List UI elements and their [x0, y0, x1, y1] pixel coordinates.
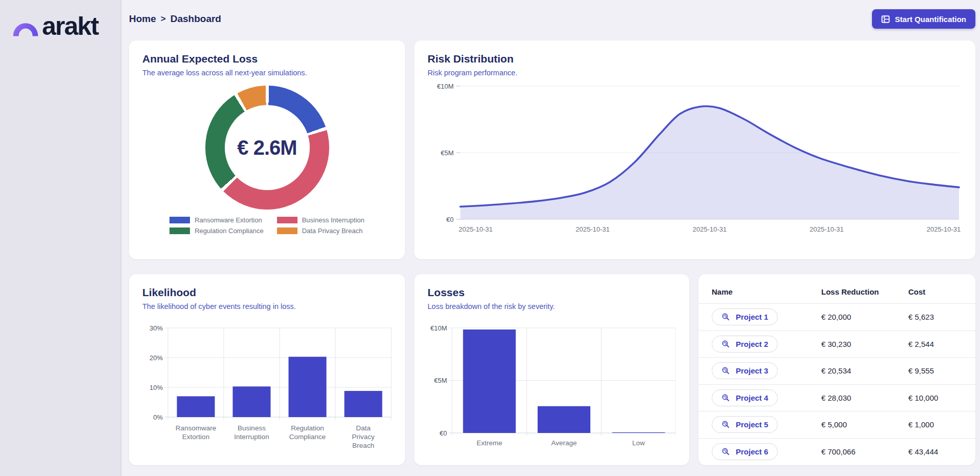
cost-cell: € 1,000 — [908, 420, 962, 429]
losses-title: Losses — [428, 286, 676, 299]
cost-cell: € 10,000 — [908, 394, 962, 402]
area-fill — [460, 106, 959, 219]
inspect-icon — [721, 366, 730, 375]
donut-hole: € 2.6M — [225, 105, 310, 190]
x-tick-label: 2025-10-31 — [693, 225, 727, 233]
project-button-label: Project 1 — [736, 313, 768, 321]
breadcrumb-home[interactable]: Home — [129, 13, 156, 25]
project-button-label: Project 5 — [736, 420, 768, 429]
column-header-cost: Cost — [908, 287, 962, 296]
inspect-icon — [721, 394, 730, 402]
legend-label: Regulation Compliance — [195, 227, 263, 235]
x-tick-label: 2025-10-31 — [809, 225, 844, 233]
svg-text:0%: 0% — [153, 413, 163, 421]
table-row: Project 1€ 20,000€ 5,623 — [698, 303, 975, 330]
breadcrumb-separator: > — [161, 14, 166, 24]
loss-reduction-cell: € 700,066 — [821, 447, 908, 456]
losses-subtitle: Loss breakdown of the risk by severity. — [428, 302, 676, 311]
legend-swatch — [277, 227, 297, 234]
quantification-table-icon — [881, 15, 890, 24]
bar — [612, 432, 665, 433]
svg-text:€5M: €5M — [434, 377, 447, 384]
x-tick-label: 2025-10-31 — [459, 225, 493, 233]
legend-label: Data Privacy Breach — [302, 227, 363, 235]
x-tick-label: 2025-10-31 — [927, 225, 961, 233]
risk-distribution-title: Risk Distribution — [428, 53, 962, 65]
loss-reduction-cell: € 28,030 — [821, 394, 908, 402]
sidebar: arakt — [0, 0, 121, 476]
losses-card: Losses Loss breakdown of the risk by sev… — [414, 274, 689, 465]
legend-item: Business Interruption — [277, 216, 365, 224]
likelihood-title: Likelihood — [142, 286, 392, 299]
project-button-label: Project 6 — [736, 447, 768, 456]
column-header-loss-reduction: Loss Reduction — [821, 287, 908, 296]
brand-logo: arakt — [10, 8, 121, 40]
cost-cell: € 9,555 — [908, 366, 962, 375]
inspect-icon — [721, 420, 730, 429]
start-quantification-label: Start Quantification — [895, 15, 966, 24]
svg-text:€10M: €10M — [437, 82, 454, 90]
svg-text:€10M: €10M — [430, 324, 447, 332]
project-button-label: Project 4 — [736, 394, 768, 402]
cost-cell: € 5,623 — [908, 313, 962, 321]
legend-swatch — [277, 217, 297, 223]
legend-swatch — [169, 227, 190, 234]
likelihood-bar-chart: 0%10%20%30%RansomwareExtortionBusinessIn… — [142, 322, 392, 456]
bar — [177, 396, 215, 417]
bar — [538, 406, 590, 433]
projects-table-card: Name Loss Reduction Cost Project 1€ 20,0… — [698, 274, 975, 465]
category-label: Average — [551, 439, 577, 447]
column-header-name: Name — [712, 287, 821, 296]
legend-swatch — [169, 217, 190, 223]
loss-reduction-cell: € 30,230 — [821, 340, 908, 348]
main-content: Home > Dashboard Start Quantification An… — [121, 0, 980, 476]
brand-name: arakt — [42, 13, 98, 40]
risk-distribution-subtitle: Risk program performance. — [428, 69, 962, 77]
table-row: Project 6€ 700,066€ 43,444 — [698, 438, 975, 465]
svg-text:€0: €0 — [440, 429, 447, 437]
table-row: Project 4€ 28,030€ 10,000 — [698, 384, 975, 411]
project-button[interactable]: Project 3 — [712, 362, 778, 379]
project-button[interactable]: Project 6 — [712, 443, 778, 460]
svg-text:€5M: €5M — [441, 149, 454, 157]
breadcrumb: Home > Dashboard — [129, 13, 221, 25]
arakt-arch-icon — [10, 8, 41, 40]
svg-text:10%: 10% — [150, 384, 163, 391]
topbar: Home > Dashboard Start Quantification — [129, 8, 975, 30]
inspect-icon — [721, 313, 730, 321]
legend-label: Business Interruption — [302, 216, 365, 224]
projects-table-header: Name Loss Reduction Cost — [698, 282, 975, 303]
x-tick-label: 2025-10-31 — [576, 225, 610, 233]
bar — [289, 357, 327, 417]
project-button-label: Project 3 — [736, 366, 768, 375]
likelihood-card: Likelihood The likelihood of cyber event… — [129, 274, 405, 465]
table-row: Project 5€ 5,000€ 1,000 — [698, 411, 975, 438]
inspect-icon — [721, 340, 730, 348]
table-row: Project 3€ 20,534€ 9,555 — [698, 357, 975, 384]
legend-item: Data Privacy Breach — [277, 227, 365, 235]
category-label: Low — [632, 439, 645, 447]
bar — [463, 329, 516, 433]
loss-reduction-cell: € 20,000 — [821, 313, 908, 321]
loss-reduction-cell: € 5,000 — [821, 420, 908, 429]
svg-text:20%: 20% — [150, 354, 163, 362]
annual-expected-loss-title: Annual Expected Loss — [142, 53, 392, 65]
project-button[interactable]: Project 5 — [712, 416, 778, 433]
breadcrumb-dashboard[interactable]: Dashboard — [171, 13, 221, 25]
category-label: BusinessInterruption — [234, 424, 269, 441]
project-button[interactable]: Project 4 — [712, 389, 778, 406]
donut-legend: Ransomware ExtortionBusiness Interruptio… — [169, 216, 365, 235]
category-label: Extreme — [477, 439, 502, 447]
projects-table-body: Project 1€ 20,000€ 5,623Project 2€ 30,23… — [698, 303, 975, 465]
legend-item: Ransomware Extortion — [169, 216, 263, 224]
risk-distribution-card: Risk Distribution Risk program performan… — [414, 40, 975, 259]
annual-expected-loss-subtitle: The average loss across all next-year si… — [142, 69, 392, 77]
cost-cell: € 43,444 — [908, 447, 962, 456]
legend-label: Ransomware Extortion — [195, 216, 262, 224]
project-button[interactable]: Project 1 — [712, 308, 778, 325]
donut-chart: € 2.6M Ransomware ExtortionBusiness Inte… — [142, 86, 392, 235]
svg-text:€0: €0 — [446, 216, 454, 223]
start-quantification-button[interactable]: Start Quantification — [872, 9, 975, 29]
project-button[interactable]: Project 2 — [712, 336, 778, 353]
bar — [345, 391, 382, 417]
